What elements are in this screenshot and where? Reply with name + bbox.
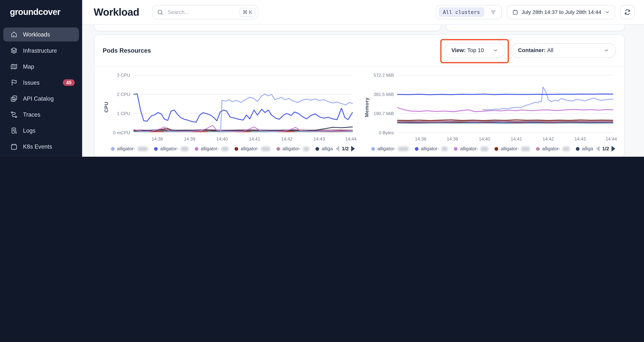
- svg-text:14:39: 14:39: [447, 136, 458, 142]
- pods-cpu-axis-title: CPU: [103, 71, 110, 143]
- svg-text:14:41: 14:41: [511, 136, 522, 142]
- sidebar-item-infrastructure[interactable]: Infrastructure: [3, 44, 79, 58]
- legend-item[interactable]: alligator-: [371, 146, 408, 151]
- legend-color-dot: [316, 147, 319, 151]
- legend-label: alligator-: [378, 146, 396, 151]
- svg-text:14:43: 14:43: [314, 136, 325, 142]
- redacted-legend-text: [181, 146, 188, 151]
- pods-cpu-chart: CPU 0 mCPU1 CPU2 CPU3 CPU14:3814:3914:40…: [103, 71, 356, 157]
- legend-pagination: 1/2: [596, 146, 616, 152]
- scrolled-cards-stub-row: [94, 25, 625, 31]
- legend-color-dot: [234, 147, 238, 151]
- svg-text:14:39: 14:39: [184, 136, 195, 142]
- redacted-legend-text: [261, 146, 270, 151]
- sidebar-item-label: Logs: [23, 127, 35, 134]
- time-range-picker[interactable]: July 28th 14:37 to July 28th 14:44: [507, 5, 615, 19]
- series-alligator-pod-teal: [398, 123, 613, 124]
- legend-item[interactable]: alliga: [316, 146, 330, 151]
- legend-page-indicator: 1/2: [602, 146, 609, 152]
- pods-cpu-plot[interactable]: 0 mCPU1 CPU2 CPU3 CPU14:3814:3914:4014:4…: [110, 71, 356, 143]
- legend-item[interactable]: alligator-: [495, 146, 530, 151]
- time-range-label: July 28th 14:37 to July 28th 14:44: [521, 9, 601, 15]
- issues-count-badge: 45: [63, 79, 75, 86]
- filter-icon: [490, 9, 496, 16]
- sidebar: groundcover WorkloadsInfrastructureMapIs…: [0, 0, 82, 157]
- series-alligator-pod-periwinkle: [483, 87, 613, 110]
- svg-text:2 CPU: 2 CPU: [117, 92, 130, 97]
- search-box[interactable]: ⌘ K: [152, 5, 258, 19]
- map-icon: [10, 62, 18, 71]
- pods-memory-legend: alligator-alligator-alligator-alligator-…: [371, 146, 616, 152]
- svg-text:14:44: 14:44: [345, 136, 356, 142]
- search-input[interactable]: [167, 9, 236, 16]
- pods-memory-plot[interactable]: 0 Bytes190.7 MiB381.5 MiB572.2 MiB14:381…: [370, 71, 616, 143]
- legend-color-dot: [276, 147, 280, 151]
- sidebar-item-traces[interactable]: Traces: [3, 108, 79, 122]
- sidebar-item-label: Map: [23, 63, 34, 70]
- legend-label: alligator-: [282, 146, 300, 151]
- pods-container-dropdown[interactable]: Container: All: [511, 43, 616, 58]
- redacted-legend-text: [481, 146, 488, 151]
- redacted-legend-text: [442, 146, 448, 151]
- scrolled-card-partial-left: [94, 25, 441, 31]
- top-bar-right: All clusters July 28th 14:37 to July 28t…: [436, 5, 634, 19]
- app-root: groundcover WorkloadsInfrastructureMapIs…: [0, 0, 644, 157]
- scrolled-card-partial-right: [446, 25, 625, 31]
- svg-text:3 CPU: 3 CPU: [117, 72, 130, 78]
- legend-item[interactable]: alligator-: [414, 146, 448, 151]
- chevron-down-icon: [604, 48, 609, 53]
- legend-prev-page-icon[interactable]: [336, 146, 340, 152]
- top-bar: Workload ⌘ K All clusters: [82, 0, 644, 25]
- legend-next-page-icon[interactable]: [351, 146, 355, 152]
- redacted-legend-text: [563, 146, 570, 151]
- redacted-legend-text: [138, 146, 148, 151]
- legend-color-dot: [536, 147, 540, 151]
- legend-color-dot: [371, 147, 375, 151]
- sidebar-item-label: Traces: [23, 111, 40, 118]
- legend-item[interactable]: alligator-: [111, 146, 148, 151]
- legend-label: alliga: [322, 146, 333, 151]
- sidebar-item-k8s-events[interactable]: K8s Events: [3, 140, 79, 154]
- sidebar-item-issues[interactable]: Issues45: [3, 76, 79, 90]
- sidebar-nav: WorkloadsInfrastructureMapIssues45API Ca…: [3, 28, 79, 157]
- legend-color-dot: [195, 147, 198, 151]
- sidebar-item-map[interactable]: Map: [3, 60, 79, 74]
- api-catalog-icon: [10, 94, 18, 103]
- home-icon: [10, 30, 18, 39]
- legend-prev-page-icon[interactable]: [596, 146, 600, 152]
- legend-label: alligator-: [117, 146, 135, 151]
- legend-item[interactable]: alligator-: [276, 146, 310, 151]
- clusters-filter-button[interactable]: All clusters: [436, 5, 502, 19]
- pods-card-header: Pods Resources View: Top 10 Container: A…: [94, 35, 624, 66]
- legend-item[interactable]: alliga: [576, 146, 590, 151]
- legend-next-page-icon[interactable]: [612, 146, 616, 152]
- groundcover-logo: groundcover: [0, 0, 82, 22]
- sidebar-item-workloads[interactable]: Workloads: [3, 28, 79, 42]
- refresh-button[interactable]: [620, 5, 634, 19]
- svg-text:14:38: 14:38: [415, 136, 426, 142]
- legend-item[interactable]: alligator-: [536, 146, 570, 151]
- sidebar-item-label: Issues: [23, 79, 40, 86]
- svg-text:1 CPU: 1 CPU: [117, 111, 130, 116]
- redacted-legend-text: [222, 146, 228, 151]
- legend-item[interactable]: alligator-: [195, 146, 228, 151]
- legend-color-dot: [454, 147, 458, 151]
- sidebar-item-api-catalog[interactable]: API Catalog: [3, 92, 79, 106]
- pods-memory-svg: 0 Bytes190.7 MiB381.5 MiB572.2 MiB14:381…: [370, 71, 616, 143]
- sidebar-item-logs[interactable]: Logs: [3, 124, 79, 138]
- redacted-legend-text: [398, 146, 408, 151]
- legend-label: alligator-: [201, 146, 219, 151]
- pods-memory-axis-title: Memory: [363, 71, 370, 143]
- legend-label: alligator-: [160, 146, 178, 151]
- legend-item[interactable]: alligator-: [154, 146, 188, 151]
- pods-view-dropdown[interactable]: View: Top 10: [444, 43, 505, 58]
- svg-text:14:38: 14:38: [152, 136, 163, 142]
- sidebar-item-explore[interactable]: Explore: [3, 156, 79, 157]
- main-area: Workload ⌘ K All clusters: [82, 0, 644, 157]
- series-alligator-pod-maroon: [398, 120, 613, 120]
- redacted-legend-text: [303, 146, 310, 151]
- legend-item[interactable]: alligator-: [234, 146, 270, 151]
- svg-text:572.2 MiB: 572.2 MiB: [374, 72, 394, 78]
- refresh-icon: [624, 9, 631, 16]
- legend-item[interactable]: alligator-: [454, 146, 488, 151]
